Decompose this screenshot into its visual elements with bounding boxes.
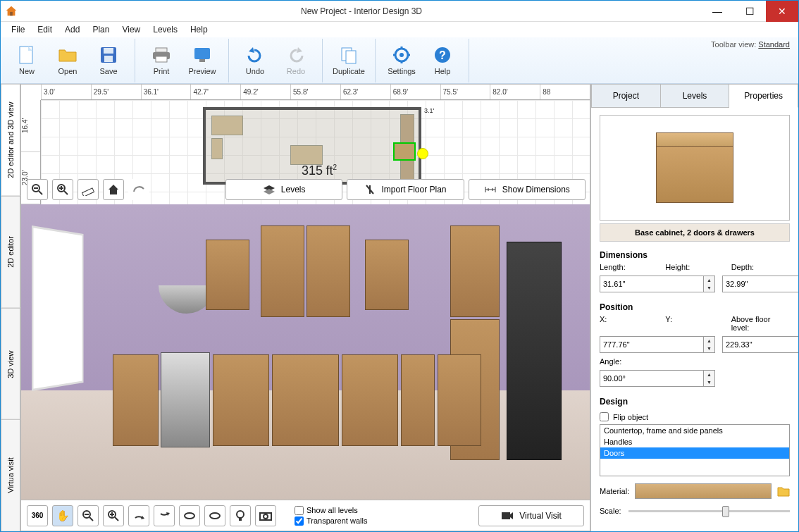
height-input[interactable]: ▲▼: [722, 276, 799, 292]
view-3d-pane[interactable]: 360 ✋ Show all levels Transparent walls …: [21, 204, 590, 531]
menu-view[interactable]: View: [116, 23, 147, 36]
length-input[interactable]: ▲▼: [600, 276, 715, 292]
open-button[interactable]: Open: [47, 39, 88, 82]
flip-object-checkbox[interactable]: [600, 412, 609, 421]
tab-properties[interactable]: Properties: [729, 84, 798, 108]
app-icon: [5, 5, 18, 18]
svg-rect-10: [194, 48, 210, 59]
toolbar-view-link[interactable]: Standard: [758, 40, 790, 49]
angle-input[interactable]: ▲▼: [600, 370, 715, 387]
help-button[interactable]: ?Help: [422, 39, 463, 82]
svg-point-54: [264, 514, 268, 519]
base-cabinet: [272, 354, 339, 446]
base-cabinet-drawers: [401, 354, 435, 446]
wall-cabinet: [365, 240, 409, 310]
material-swatch[interactable]: [635, 483, 772, 499]
save-button[interactable]: Save: [88, 39, 129, 82]
plan-2d-pane: 3.0'29.5'36.1'42.7'49.2'55.8'62.3'68.9'7…: [21, 85, 590, 204]
vtab-virtual-visit[interactable]: Virtua visit: [1, 419, 20, 532]
svg-marker-34: [264, 189, 275, 194]
tilt-up-button[interactable]: [128, 505, 149, 526]
camera-button[interactable]: [255, 505, 276, 526]
zoom-out-2d-button[interactable]: [27, 179, 48, 200]
list-item[interactable]: Countertop, frame and side panels: [600, 425, 789, 436]
svg-rect-9: [156, 56, 167, 62]
show-all-levels-checkbox[interactable]: Show all levels: [295, 506, 367, 515]
selection-handle[interactable]: [417, 148, 428, 159]
browse-material-button[interactable]: [777, 485, 790, 497]
design-parts-list[interactable]: Countertop, frame and side panels Handle…: [600, 424, 790, 476]
transparent-walls-checkbox[interactable]: Transparent walls: [295, 516, 367, 526]
base-cabinet: [213, 354, 269, 446]
svg-marker-12: [249, 47, 254, 53]
selected-object-2d[interactable]: [393, 142, 416, 161]
svg-rect-6: [104, 56, 113, 62]
menu-edit[interactable]: Edit: [31, 23, 58, 36]
properties-panel: Project Levels Properties Base cabinet, …: [590, 84, 798, 531]
preview-button[interactable]: Preview: [182, 39, 223, 82]
menu-levels[interactable]: Levels: [147, 23, 184, 36]
import-floor-plan-button[interactable]: Import Floor Plan: [347, 179, 464, 200]
x-input[interactable]: ▲▼: [600, 336, 715, 353]
vtab-2d[interactable]: 2D editor: [1, 196, 20, 309]
menu-file[interactable]: File: [5, 23, 31, 36]
design-title: Design: [600, 397, 790, 407]
dimensions-title: Dimensions: [600, 250, 790, 260]
depth-label: Depth:: [731, 263, 790, 271]
levels-button[interactable]: Levels: [225, 179, 342, 200]
scale-label: Scale:: [600, 507, 621, 515]
measure-button[interactable]: [78, 179, 99, 200]
virtual-visit-button[interactable]: Virtual Visit: [478, 505, 584, 526]
vtab-2d-3d[interactable]: 2D editor and 3D view: [1, 84, 20, 197]
settings-button[interactable]: Settings: [381, 39, 422, 82]
vtab-3d[interactable]: 3D view: [1, 308, 20, 421]
main-area: 2D editor and 3D view 2D editor 3D view …: [1, 84, 798, 531]
y-label: Y:: [665, 315, 724, 323]
svg-line-25: [39, 191, 42, 194]
zoom-in-3d-button[interactable]: [103, 505, 124, 526]
scale-slider[interactable]: [628, 505, 790, 517]
new-button[interactable]: New: [6, 39, 47, 82]
orbit-left-button[interactable]: [179, 505, 200, 526]
view-3d-toolbar: 360 ✋ Show all levels Transparent walls …: [21, 500, 590, 531]
orbit-right-button[interactable]: [204, 505, 225, 526]
svg-rect-5: [104, 48, 113, 54]
x-label: X:: [600, 315, 658, 323]
ruler-horizontal: 3.0'29.5'36.1'42.7'49.2'55.8'62.3'68.9'7…: [41, 85, 590, 100]
angle-label: Angle:: [600, 357, 658, 366]
close-button[interactable]: ✕: [766, 1, 798, 22]
print-button[interactable]: Print: [141, 39, 182, 82]
minimize-button[interactable]: —: [701, 1, 733, 22]
svg-rect-15: [346, 51, 356, 63]
tab-levels[interactable]: Levels: [661, 84, 730, 108]
refrigerator: [507, 242, 562, 460]
svg-marker-56: [510, 512, 513, 519]
svg-rect-55: [502, 512, 510, 519]
redo-button[interactable]: Redo: [275, 39, 316, 82]
zoom-out-3d-button[interactable]: [78, 505, 99, 526]
menu-plan[interactable]: Plan: [86, 23, 116, 36]
maximize-button[interactable]: ☐: [733, 1, 766, 22]
undo-button[interactable]: Undo: [235, 39, 275, 82]
svg-rect-11: [199, 59, 205, 62]
titlebar: New Project - Interior Design 3D — ☐ ✕: [1, 1, 798, 22]
list-item[interactable]: Doors: [600, 447, 789, 459]
show-dimensions-button[interactable]: Show Dimensions: [469, 179, 586, 200]
menu-help[interactable]: Help: [184, 23, 214, 36]
pan-button[interactable]: ✋: [52, 505, 73, 526]
menu-add[interactable]: Add: [58, 23, 86, 36]
tilt-down-button[interactable]: [154, 505, 175, 526]
tab-project[interactable]: Project: [591, 84, 661, 108]
zoom-in-2d-button[interactable]: [52, 179, 73, 200]
window-object: [32, 225, 83, 391]
svg-rect-31: [82, 188, 94, 196]
rotate-handle-icon: [128, 179, 149, 200]
list-item[interactable]: Handles: [600, 436, 789, 447]
toolbar: New Open Save Print Preview Undo Redo Du…: [1, 37, 798, 84]
home-button[interactable]: [103, 179, 124, 200]
y-input[interactable]: ▲▼: [722, 336, 799, 353]
rotate-360-button[interactable]: 360: [27, 505, 48, 526]
light-button[interactable]: [230, 505, 251, 526]
duplicate-button[interactable]: Duplicate: [328, 39, 369, 82]
view-tabs: 2D editor and 3D view 2D editor 3D view …: [1, 84, 20, 531]
